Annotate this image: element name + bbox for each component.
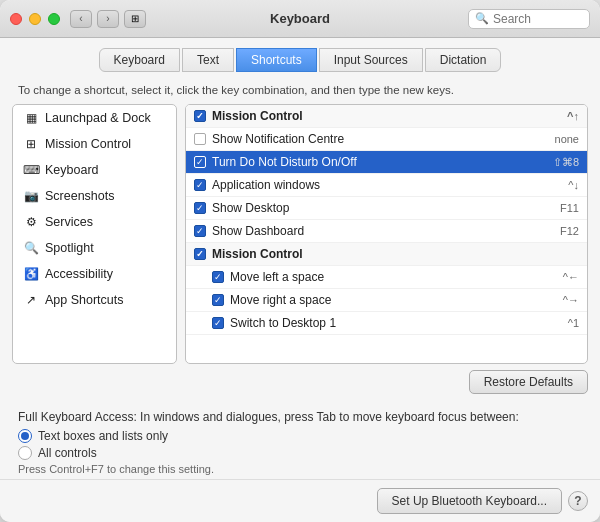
fk-label-text-boxes: Text boxes and lists only [38, 429, 168, 443]
sidebar-item-spotlight[interactable]: 🔍 Spotlight [13, 235, 176, 261]
checkbox-mission-control-sub[interactable]: ✓ [194, 248, 206, 260]
nav-buttons: ‹ › [70, 10, 119, 28]
row-shortcut-notification: none [555, 133, 579, 145]
shortcut-row-move-right[interactable]: ✓ Move right a space ^→ [186, 289, 587, 312]
row-shortcut-app-windows: ^↓ [568, 179, 579, 191]
row-label-mission-control-sub: Mission Control [212, 247, 573, 261]
row-label-notification: Show Notification Centre [212, 132, 549, 146]
minimize-button[interactable] [29, 13, 41, 25]
close-button[interactable] [10, 13, 22, 25]
tabs-bar: Keyboard Text Shortcuts Input Sources Di… [0, 38, 600, 78]
shortcut-row-mission-control-header[interactable]: ✓ Mission Control ^↑ [186, 105, 587, 128]
back-button[interactable]: ‹ [70, 10, 92, 28]
row-shortcut-move-left: ^← [563, 271, 579, 283]
tab-input-sources[interactable]: Input Sources [319, 48, 423, 72]
launchpad-icon: ▦ [23, 110, 39, 126]
sidebar-item-app-shortcuts[interactable]: ↗ App Shortcuts [13, 287, 176, 313]
maximize-button[interactable] [48, 13, 60, 25]
services-icon: ⚙ [23, 214, 39, 230]
shortcut-row-show-dashboard[interactable]: ✓ Show Dashboard F12 [186, 220, 587, 243]
tab-shortcuts[interactable]: Shortcuts [236, 48, 317, 72]
help-button[interactable]: ? [568, 491, 588, 511]
checkbox-switch-desktop[interactable]: ✓ [212, 317, 224, 329]
row-label-show-dashboard: Show Dashboard [212, 224, 554, 238]
traffic-lights [10, 13, 60, 25]
radio-all-controls[interactable] [18, 446, 32, 460]
hint-text: To change a shortcut, select it, click t… [0, 78, 600, 104]
row-shortcut-mission-control: ^↑ [567, 110, 579, 122]
spotlight-icon: 🔍 [23, 240, 39, 256]
sidebar-label-app-shortcuts: App Shortcuts [45, 293, 124, 307]
screenshots-icon: 📷 [23, 188, 39, 204]
checkbox-app-windows[interactable]: ✓ [194, 179, 206, 191]
row-label-switch-desktop: Switch to Desktop 1 [230, 316, 562, 330]
grid-button[interactable]: ⊞ [124, 10, 146, 28]
sidebar-label-spotlight: Spotlight [45, 241, 94, 255]
accessibility-icon: ♿ [23, 266, 39, 282]
fk-label-all-controls: All controls [38, 446, 97, 460]
search-input[interactable] [493, 12, 583, 26]
row-shortcut-move-right: ^→ [563, 294, 579, 306]
shortcut-row-mission-control-sub[interactable]: ✓ Mission Control [186, 243, 587, 266]
keyboard-window: ‹ › ⊞ Keyboard 🔍 Keyboard Text Shortcuts… [0, 0, 600, 522]
sidebar-item-mission-control[interactable]: ⊞ Mission Control [13, 131, 176, 157]
row-shortcut-switch-desktop: ^1 [568, 317, 579, 329]
keyboard-icon: ⌨ [23, 162, 39, 178]
checkbox-mission-control[interactable]: ✓ [194, 110, 206, 122]
search-icon: 🔍 [475, 12, 489, 25]
sidebar-label-mission-control: Mission Control [45, 137, 131, 151]
fk-option-text-boxes[interactable]: Text boxes and lists only [18, 429, 582, 443]
row-label-app-windows: Application windows [212, 178, 562, 192]
full-keyboard-section: Full Keyboard Access: In windows and dia… [0, 402, 600, 479]
checkbox-move-left[interactable]: ✓ [212, 271, 224, 283]
footer: Set Up Bluetooth Keyboard... ? [0, 479, 600, 522]
tab-text[interactable]: Text [182, 48, 234, 72]
search-box[interactable]: 🔍 [468, 9, 590, 29]
restore-defaults-row: Restore Defaults [0, 364, 600, 394]
checkbox-show-desktop[interactable]: ✓ [194, 202, 206, 214]
checkbox-do-not-disturb[interactable]: ✓ [194, 156, 206, 168]
row-label-move-right: Move right a space [230, 293, 557, 307]
sidebar-label-screenshots: Screenshots [45, 189, 114, 203]
row-label-do-not-disturb: Turn Do Not Disturb On/Off [212, 155, 547, 169]
sidebar-item-keyboard[interactable]: ⌨ Keyboard [13, 157, 176, 183]
tab-dictation[interactable]: Dictation [425, 48, 502, 72]
row-label-show-desktop: Show Desktop [212, 201, 554, 215]
sidebar-item-services[interactable]: ⚙ Services [13, 209, 176, 235]
sidebar-item-launchpad[interactable]: ▦ Launchpad & Dock [13, 105, 176, 131]
checkbox-notification[interactable] [194, 133, 206, 145]
sidebar-label-launchpad: Launchpad & Dock [45, 111, 151, 125]
sidebar: ▦ Launchpad & Dock ⊞ Mission Control ⌨ K… [12, 104, 177, 364]
shortcut-row-show-desktop[interactable]: ✓ Show Desktop F11 [186, 197, 587, 220]
setup-bluetooth-button[interactable]: Set Up Bluetooth Keyboard... [377, 488, 562, 514]
sidebar-label-services: Services [45, 215, 93, 229]
window-title: Keyboard [270, 11, 330, 26]
sidebar-item-screenshots[interactable]: 📷 Screenshots [13, 183, 176, 209]
shortcuts-list: ✓ Mission Control ^↑ Show Notification C… [185, 104, 588, 364]
press-hint: Press Control+F7 to change this setting. [18, 463, 582, 475]
app-shortcuts-icon: ↗ [23, 292, 39, 308]
forward-button[interactable]: › [97, 10, 119, 28]
fk-title: Full Keyboard Access: In windows and dia… [18, 410, 582, 424]
shortcut-row-do-not-disturb[interactable]: ✓ Turn Do Not Disturb On/Off ⇧⌘8 [186, 151, 587, 174]
titlebar: ‹ › ⊞ Keyboard 🔍 [0, 0, 600, 38]
shortcut-row-notification[interactable]: Show Notification Centre none [186, 128, 587, 151]
shortcut-row-app-windows[interactable]: ✓ Application windows ^↓ [186, 174, 587, 197]
row-shortcut-show-dashboard: F12 [560, 225, 579, 237]
shortcut-row-move-left[interactable]: ✓ Move left a space ^← [186, 266, 587, 289]
mission-control-icon: ⊞ [23, 136, 39, 152]
sidebar-label-keyboard: Keyboard [45, 163, 99, 177]
row-label-mission-control: Mission Control [212, 109, 561, 123]
tab-keyboard[interactable]: Keyboard [99, 48, 180, 72]
sidebar-item-accessibility[interactable]: ♿ Accessibility [13, 261, 176, 287]
checkbox-show-dashboard[interactable]: ✓ [194, 225, 206, 237]
fk-option-all-controls[interactable]: All controls [18, 446, 582, 460]
radio-text-boxes[interactable] [18, 429, 32, 443]
row-shortcut-show-desktop: F11 [560, 202, 579, 214]
checkbox-move-right[interactable]: ✓ [212, 294, 224, 306]
row-shortcut-do-not-disturb: ⇧⌘8 [553, 156, 579, 169]
shortcut-row-switch-desktop[interactable]: ✓ Switch to Desktop 1 ^1 [186, 312, 587, 335]
restore-defaults-button[interactable]: Restore Defaults [469, 370, 588, 394]
sidebar-label-accessibility: Accessibility [45, 267, 113, 281]
main-content: ▦ Launchpad & Dock ⊞ Mission Control ⌨ K… [0, 104, 600, 364]
